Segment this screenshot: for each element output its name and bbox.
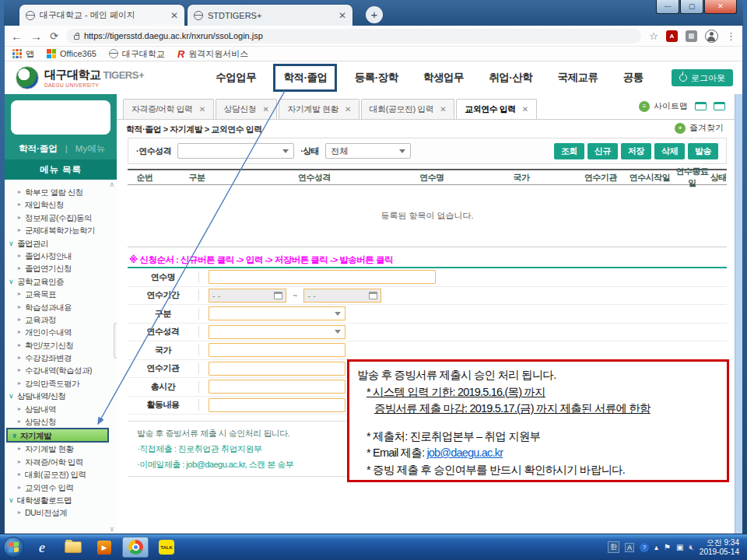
action-button[interactable]: 삭제 [654, 143, 685, 159]
sidebar-menu-item[interactable]: 자격증/어학 입력 [5, 456, 117, 468]
window-layout-icon[interactable] [695, 102, 707, 110]
taskbar-media-player[interactable]: ▶ [91, 537, 117, 558]
table-column-header[interactable]: 구분 [162, 172, 232, 184]
workspace-tab[interactable]: 상담신청 ✕ [216, 99, 278, 119]
activity-input[interactable] [209, 398, 345, 412]
sidebar-tab-active[interactable]: 학적·졸업 [5, 143, 58, 155]
refresh-icon[interactable]: ⟳ [50, 31, 58, 41]
table-column-header[interactable]: 연수시작일 [626, 172, 674, 184]
show-hidden-icons[interactable]: ▴ [654, 543, 658, 551]
ime-latin-indicator[interactable]: A [625, 543, 634, 552]
sidebar-menu-item[interactable]: 재입학신청 [5, 198, 117, 211]
sidebar-tab-mymenu[interactable]: My메뉴 [75, 143, 105, 155]
table-column-header[interactable]: 연수성격 [232, 172, 397, 184]
sidebar-menu-item[interactable]: 상담신청 [5, 415, 117, 428]
back-icon[interactable]: ← [11, 30, 23, 42]
favorite-link[interactable]: + 즐겨찾기 [675, 122, 724, 134]
scroll-down-icon[interactable]: ∨ [109, 525, 114, 533]
taskbar-chrome-active[interactable] [122, 537, 149, 558]
table-column-header[interactable]: 순번 [128, 172, 162, 184]
sidebar-menu-item[interactable]: 수강내역(학습성과) [5, 364, 117, 376]
bookmark-star-icon[interactable]: ☆ [649, 31, 658, 41]
global-nav-item[interactable]: 학생업무 [416, 66, 472, 89]
global-nav-item[interactable]: 수업업무 [208, 66, 264, 89]
nature-form-select[interactable] [209, 325, 345, 339]
browser-tab-1[interactable]: 대구대학교 - 메인 페이지 ✕ [19, 5, 184, 26]
tab-close-icon[interactable]: ✕ [338, 10, 346, 21]
action-button[interactable]: 저장 [621, 143, 651, 159]
sidebar-menu-item[interactable]: 대학생활로드맵 [5, 494, 117, 506]
sidebar-menu-item[interactable]: 학습성과내용 [5, 301, 117, 313]
sidebar-menu-item[interactable]: 자기계발 [6, 428, 109, 443]
start-date-input[interactable]: - - [209, 289, 286, 303]
apps-bookmark[interactable]: 앱 [12, 48, 34, 60]
action-button[interactable]: 발송 [688, 143, 718, 159]
type-select[interactable] [209, 306, 345, 320]
taskbar-internet-explorer[interactable]: e [29, 537, 55, 558]
calendar-icon[interactable] [369, 292, 377, 299]
table-column-header[interactable]: 연수기관 [576, 172, 626, 184]
sitemap-link[interactable]: ≡ 사이트맵 [639, 100, 688, 112]
taskbar-clock[interactable]: 오전 9:34 2019-05-14 [700, 538, 744, 557]
global-nav-item[interactable]: 국제교류 [550, 66, 606, 89]
tab-close-icon[interactable]: ✕ [170, 10, 178, 21]
tab-close-icon[interactable]: ✕ [199, 105, 205, 114]
global-nav-item[interactable]: 학적·졸업 [273, 64, 337, 92]
sidebar-menu-item[interactable]: 교육목표 [5, 288, 117, 300]
organization-input[interactable] [209, 362, 345, 376]
sidebar-menu-item[interactable]: 졸업사정안내 [5, 250, 117, 262]
workspace-tab[interactable]: 대회(공모전) 입력 ✕ [361, 99, 454, 119]
window-close-all-icon[interactable] [714, 102, 725, 110]
taskbar-kakaotalk[interactable]: TALK [153, 537, 180, 558]
start-button[interactable] [3, 537, 24, 558]
tab-close-icon[interactable]: ✕ [440, 105, 446, 114]
action-button[interactable]: 조회 [554, 143, 584, 159]
country-input[interactable] [209, 343, 345, 357]
network-icon[interactable]: ▣ [676, 543, 683, 551]
tab-close-icon[interactable]: ✕ [263, 105, 269, 114]
calendar-icon[interactable] [274, 292, 282, 299]
table-column-header[interactable]: 연수명 [397, 172, 467, 184]
browser-tab-2[interactable]: STDTIGERS+ ✕ [188, 5, 352, 26]
sidebar-menu-item[interactable]: 졸업연기신청 [5, 262, 117, 275]
university-logo[interactable]: 대구대학교TIGERS+ DAEGU UNIVERSITY [5, 66, 188, 89]
email-link[interactable]: job@daegu.ac.kr [426, 446, 503, 459]
close-button[interactable]: ✕ [704, 0, 737, 14]
workspace-tab[interactable]: 자기계발 현황 ✕ [279, 99, 359, 119]
sidebar-menu-item[interactable]: 교외연수 입력 [5, 481, 117, 494]
page-scrollbar[interactable] [735, 94, 742, 534]
help-tray-icon[interactable]: ? [640, 543, 649, 552]
bookmark-office365[interactable]: Office365 [47, 49, 96, 58]
sidebar-menu-item[interactable]: 대회(공모전) 입력 [5, 468, 117, 481]
sidebar-menu-item[interactable]: 공학교육인증 [5, 275, 117, 288]
sidebar-menu-item[interactable]: DU비전설계 [5, 506, 117, 519]
sidebar-menu-item[interactable]: 학부모 열람 신청 [5, 186, 117, 198]
workspace-tab[interactable]: 교외연수 입력 ✕ [456, 99, 536, 119]
sidebar-menu-item[interactable]: 수강강좌변경 [5, 352, 117, 364]
sidebar-menu-item[interactable]: 확인/포기신청 [5, 339, 117, 352]
end-date-input[interactable]: - - [303, 289, 381, 303]
pdf-extension-icon[interactable]: A [666, 30, 678, 42]
sidebar-menu-item[interactable]: 정보제공(수집)동의 [5, 212, 117, 224]
tab-close-icon[interactable]: ✕ [522, 105, 528, 114]
logout-button[interactable]: 로그아웃 [672, 69, 733, 86]
table-column-header[interactable]: 상태 [710, 172, 727, 184]
action-button[interactable]: 신규 [587, 143, 618, 159]
total-hours-input[interactable] [209, 380, 345, 394]
action-center-flag-icon[interactable]: ⚑ [664, 543, 671, 551]
url-bar[interactable]: https://tigersstd.daegu.ac.kr/nxrun/ssoL… [66, 29, 641, 44]
tab-close-icon[interactable]: ✕ [345, 105, 351, 114]
bookmark-daegu-univ[interactable]: 대구대학교 [109, 48, 165, 60]
sidebar-menu-item[interactable]: 강의만족도평가 [5, 377, 117, 390]
global-nav-item[interactable]: 취업·산학 [481, 66, 540, 89]
sidebar-menu-item[interactable]: 상담내역/신청 [5, 390, 117, 402]
profile-avatar-icon[interactable] [705, 30, 718, 43]
workspace-tab[interactable]: 자격증/어학 입력 ✕ [123, 99, 214, 119]
extension-icon[interactable] [686, 30, 697, 42]
sidebar-menu-item[interactable]: 상담내역 [5, 403, 117, 415]
sidebar-menu-item[interactable]: 군제대복학가능학기 [5, 224, 117, 236]
new-tab-button[interactable]: + [366, 6, 383, 23]
sidebar-menu-item[interactable]: 자기계발 현황 [5, 443, 117, 455]
global-nav-item[interactable]: 등록·장학 [347, 66, 406, 89]
sidebar-menu-item[interactable]: 개인이수내역 [5, 326, 117, 338]
